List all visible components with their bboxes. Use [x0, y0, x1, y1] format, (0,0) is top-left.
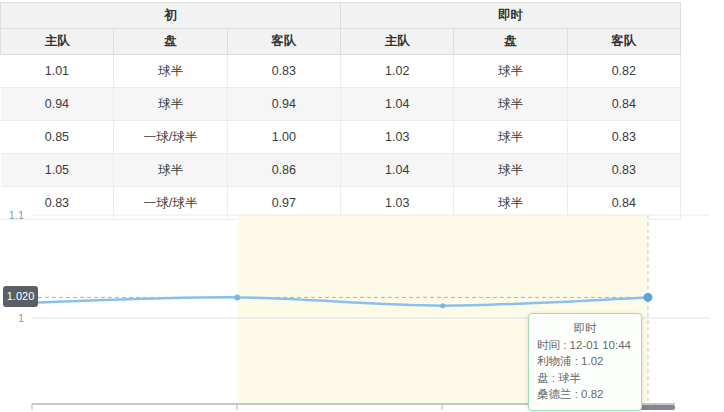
chart-tooltip: 即时 时间 : 12-01 10:44 利物浦 : 1.02 盘 : 球半 桑德… [528, 313, 642, 411]
odds-cell: 球半 [114, 55, 227, 88]
table-row: 1.05 球半 0.86 1.04 球半 0.83 [1, 154, 681, 187]
col-header-home-live: 主队 [341, 29, 454, 55]
odds-cell: 球半 [454, 55, 567, 88]
col-header-away-initial: 客队 [227, 29, 340, 55]
odds-cell: 球半 [114, 154, 227, 187]
column-header-row: 主队 盘 客队 主队 盘 客队 [1, 29, 681, 55]
odds-cell: 1.04 [341, 88, 454, 121]
odds-cell: 0.83 [227, 55, 340, 88]
group-header-row: 初 即时 [1, 3, 681, 29]
odds-cell: 0.82 [567, 55, 680, 88]
odds-cell: 0.85 [1, 121, 114, 154]
odds-cell: 0.94 [227, 88, 340, 121]
odds-cell: 0.83 [567, 154, 680, 187]
odds-cell: 0.86 [227, 154, 340, 187]
col-header-away-live: 客队 [567, 29, 680, 55]
y-axis-tick-label-max: 1.1 [0, 209, 24, 222]
col-header-handicap-initial: 盘 [114, 29, 227, 55]
col-header-handicap-live: 盘 [454, 29, 567, 55]
tooltip-handicap: 盘 : 球半 [537, 370, 633, 387]
odds-cell: 1.05 [1, 154, 114, 187]
odds-cell: 球半 [454, 121, 567, 154]
table-row: 0.94 球半 0.94 1.04 球半 0.84 [1, 88, 681, 121]
odds-cell: 1.00 [227, 121, 340, 154]
tooltip-away-odds: 桑德兰 : 0.82 [537, 386, 633, 403]
group-header-initial: 初 [1, 3, 341, 29]
tooltip-title: 即时 [537, 320, 633, 337]
odds-cell: 0.94 [1, 88, 114, 121]
odds-cell: 1.01 [1, 55, 114, 88]
odds-cell: 1.02 [341, 55, 454, 88]
group-header-live: 即时 [341, 3, 681, 29]
odds-cell: 球半 [114, 88, 227, 121]
odds-cell: 1.04 [341, 154, 454, 187]
odds-cell: 0.84 [567, 88, 680, 121]
table-row: 0.85 一球/球半 1.00 1.03 球半 0.83 [1, 121, 681, 154]
tooltip-time: 时间 : 12-01 10:44 [537, 337, 633, 354]
table-row: 1.01 球半 0.83 1.02 球半 0.82 [1, 55, 681, 88]
col-header-home-initial: 主队 [1, 29, 114, 55]
odds-cell: 1.03 [341, 121, 454, 154]
odds-table: 初 即时 主队 盘 客队 主队 盘 客队 1.01 球半 0.83 1.02 球… [0, 2, 681, 220]
tooltip-home-odds: 利物浦 : 1.02 [537, 353, 633, 370]
odds-cell: 一球/球半 [114, 121, 227, 154]
y-axis-tick-label-min: 1 [0, 312, 24, 325]
odds-cell: 球半 [454, 88, 567, 121]
current-value-badge: 1.020 [3, 286, 38, 307]
odds-cell: 球半 [454, 154, 567, 187]
odds-cell: 0.83 [567, 121, 680, 154]
